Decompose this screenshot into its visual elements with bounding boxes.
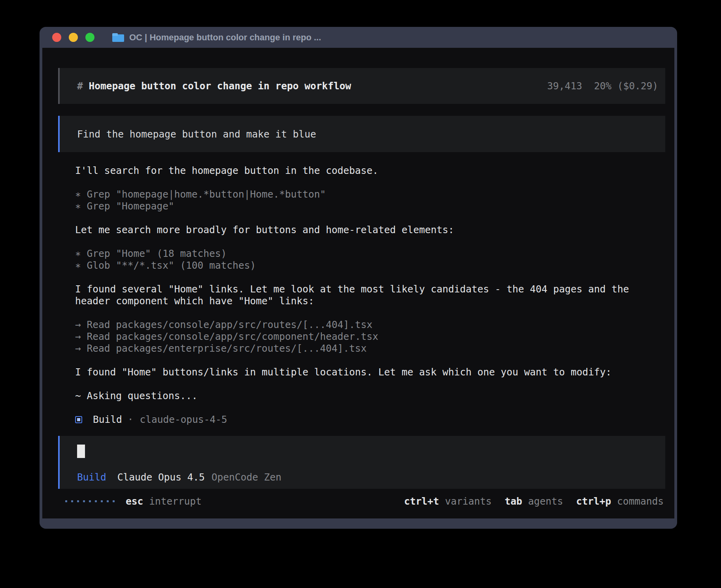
title-bar: OC | Homepage button color change in rep… [40, 27, 677, 48]
folder-icon [112, 33, 124, 42]
spinner-dot [65, 500, 67, 502]
transcript-line-tool: → Read packages/console/app/src/routes/[… [75, 319, 652, 331]
transcript-line-text: ~ Asking questions... [75, 390, 652, 402]
transcript-line-tool: → Read packages/enterprise/src/routes/[.… [75, 343, 652, 354]
transcript-line-text: Let me search more broadly for buttons a… [75, 224, 652, 236]
shortcut-key: tab [505, 496, 522, 507]
transcript-line-gap [75, 378, 652, 390]
input-meta: Build Claude Opus 4.5 OpenCode Zen [77, 471, 658, 483]
provider-label: OpenCode Zen [211, 471, 281, 483]
shortcut-label: variants [445, 496, 492, 507]
transcript-line-text: I found several "Home" links. Let me loo… [75, 283, 652, 307]
spinner-dot [107, 500, 109, 502]
spinner-dot [95, 500, 97, 502]
transcript-line-gap [75, 212, 652, 224]
agent-badge-icon [75, 416, 82, 423]
spinner-dots [65, 500, 115, 502]
context-usage: 20% ($0.29) [594, 80, 658, 92]
transcript: I'll search for the homepage button in t… [75, 165, 652, 426]
shortcut-label: interrupt [149, 496, 202, 507]
minimize-button[interactable] [69, 33, 78, 42]
model-label: Claude Opus 4.5 [117, 471, 205, 483]
status-bar: esc interrupt ctrl+tvariantstabagentsctr… [42, 495, 674, 507]
shortcut-commands: ctrl+pcommands [576, 496, 664, 507]
spinner-dot [71, 500, 73, 502]
separator-dot: · [128, 414, 134, 426]
window-title: OC | Homepage button color change in rep… [129, 32, 321, 43]
agent-status-row: Build·claude-opus-4-5 [75, 414, 652, 426]
transcript-line-tool: ∗ Glob "**/*.tsx" (100 matches) [75, 260, 652, 271]
spinner-dot [83, 500, 85, 502]
transcript-line-text: I'll search for the homepage button in t… [75, 165, 652, 177]
shortcut-label: agents [528, 496, 563, 507]
transcript-line-tool: ∗ Grep "Home" (18 matches) [75, 248, 652, 260]
spinner-dot [77, 500, 79, 502]
zoom-button[interactable] [85, 33, 94, 42]
session-stats: 39,413 20% ($0.29) [547, 80, 658, 92]
agent-name: Build [93, 414, 122, 426]
transcript-line-tool: → Read packages/console/app/src/componen… [75, 331, 652, 343]
text-cursor [77, 445, 85, 458]
agent-model: claude-opus-4-5 [140, 414, 227, 426]
transcript-line-gap [75, 307, 652, 319]
transcript-line-text: I found "Home" buttons/links in multiple… [75, 366, 652, 378]
shortcut-esc: esc interrupt [126, 496, 202, 507]
shortcut-agents: tabagents [505, 496, 563, 507]
terminal-content: # Homepage button color change in repo w… [42, 48, 674, 518]
shortcut-key: esc [126, 496, 143, 507]
right-shortcuts: ctrl+tvariantstabagentsctrl+pcommands [404, 496, 664, 507]
transcript-line-gap [75, 354, 652, 366]
session-title: Homepage button color change in repo wor… [89, 80, 351, 92]
spinner-dot [89, 500, 91, 502]
spinner-dot [101, 500, 103, 502]
close-button[interactable] [52, 33, 61, 42]
shortcut-variants: ctrl+tvariants [404, 496, 492, 507]
transcript-line-gap [75, 402, 652, 414]
transcript-line-gap [75, 177, 652, 188]
session-header: # Homepage button color change in repo w… [58, 68, 665, 104]
shortcut-key: ctrl+p [576, 496, 611, 507]
session-header-hash: # [77, 80, 89, 92]
spinner-dot [113, 500, 115, 502]
user-message-text: Find the homepage button and make it blu… [77, 128, 316, 140]
shortcut-key: ctrl+t [404, 496, 439, 507]
transcript-line-tool: ∗ Grep "Homepage" [75, 200, 652, 212]
agent-mode-label: Build [77, 471, 106, 483]
transcript-line-gap [75, 271, 652, 283]
token-count: 39,413 [547, 80, 582, 92]
app-window: OC | Homepage button color change in rep… [40, 27, 677, 529]
shortcut-label: commands [617, 496, 664, 507]
prompt-input[interactable]: Build Claude Opus 4.5 OpenCode Zen [58, 436, 665, 489]
transcript-line-gap [75, 236, 652, 248]
user-message: Find the homepage button and make it blu… [58, 116, 665, 152]
transcript-line-tool: ∗ Grep "homepage|home.*button|Home.*butt… [75, 188, 652, 200]
